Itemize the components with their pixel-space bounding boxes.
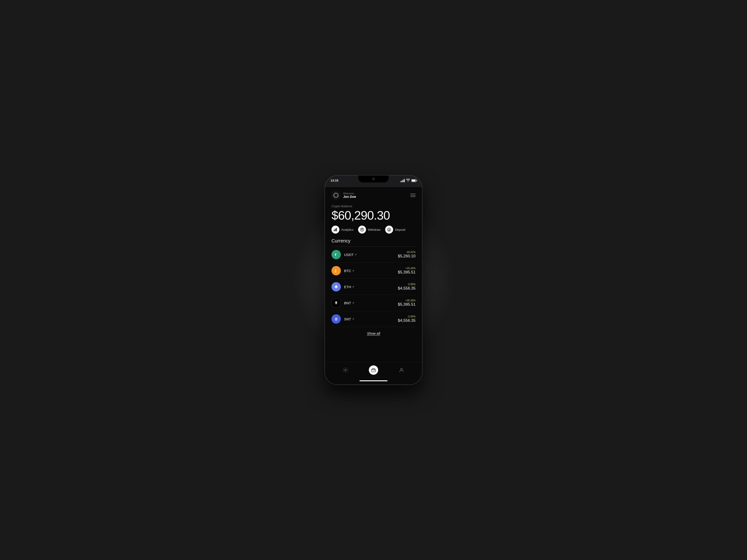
withdraw-icon [358, 225, 366, 234]
balance-amount: $60,290.30 [332, 209, 415, 221]
app-header: Welcome, Jon Doe [325, 187, 422, 203]
signal-bar-1 [401, 181, 401, 182]
svg-line-9 [334, 196, 335, 197]
menu-line-2 [410, 195, 415, 195]
bottom-navigation [325, 362, 422, 377]
snt-arrow: ↗ [352, 318, 354, 321]
welcome-text: Welcome, Jon Doe [343, 192, 356, 198]
svg-line-11 [334, 194, 335, 195]
snt-right: -2.05% $4,556.35 [398, 315, 415, 323]
app-logo [332, 191, 340, 200]
svg-line-6 [337, 197, 338, 197]
bnt-name: BNT ↗ [344, 301, 398, 305]
user-name: Jon Doe [343, 195, 356, 198]
btc-info: BTC ↗ [344, 269, 398, 273]
currency-item-snt[interactable]: SNT ↗ -2.05% $4,556.35 [332, 311, 415, 327]
svg-rect-13 [334, 230, 335, 231]
menu-line-3 [410, 196, 415, 197]
battery-fill [412, 180, 415, 182]
btc-value: $5,395.51 [398, 270, 415, 275]
status-time: 13:15 [331, 179, 338, 182]
wifi-icon [406, 179, 410, 182]
usdt-change: -10.41% [398, 250, 415, 254]
svg-line-2 [337, 193, 338, 194]
currency-item-bnt[interactable]: BNT ↗ +15.16% $5,395.51 [332, 295, 415, 311]
bnt-icon [332, 298, 341, 308]
btc-icon: ₿ [332, 266, 341, 275]
btc-change: +15.16% [398, 267, 415, 269]
logo-area: Welcome, Jon Doe [332, 191, 356, 200]
svg-rect-14 [335, 229, 336, 231]
welcome-label: Welcome, [343, 192, 356, 195]
currency-item-btc[interactable]: ₿ BTC ↗ +15.16% $5,395.51 [332, 263, 415, 279]
btc-right: +15.16% $5,395.51 [398, 267, 415, 275]
balance-label: Crypto Balance [332, 205, 415, 208]
btc-name: BTC ↗ [344, 269, 398, 273]
currency-item-eth[interactable]: ETH ↗ -2.05% $4,556.35 [332, 279, 415, 295]
nav-settings[interactable] [341, 365, 350, 375]
show-all-button[interactable]: Show all [367, 331, 380, 335]
eth-icon [332, 282, 341, 291]
svg-point-26 [335, 302, 337, 303]
eth-change: -2.05% [398, 283, 415, 286]
snt-info: SNT ↗ [344, 317, 398, 321]
eth-info: ETH ↗ [344, 285, 398, 289]
analytics-button[interactable]: Analytics [332, 225, 354, 234]
usdt-info: USDT ↗ [344, 253, 398, 257]
person-icon [397, 365, 406, 375]
bnt-right: +15.16% $5,395.51 [398, 299, 415, 307]
svg-text:₮: ₮ [335, 253, 337, 257]
deposit-label: Deposit [395, 228, 405, 232]
balance-section: Crypto Balance $60,290.30 Analytics [325, 203, 422, 238]
svg-line-5 [337, 196, 338, 197]
scene: 13:15 [280, 93, 467, 466]
battery-icon [411, 179, 416, 182]
analytics-label: Analytics [341, 228, 354, 232]
eth-arrow: ↗ [352, 285, 354, 288]
show-all-container: Show all [332, 327, 415, 338]
camera-dot [372, 178, 375, 180]
menu-line-1 [410, 194, 415, 194]
wallet-icon [369, 365, 378, 375]
usdt-arrow: ↗ [355, 253, 357, 256]
nav-profile[interactable] [397, 365, 406, 375]
gear-icon [341, 365, 350, 375]
signal-bar-2 [402, 180, 403, 182]
home-indicator [360, 380, 387, 381]
usdt-value: $5,260.10 [398, 254, 415, 259]
svg-line-12 [335, 193, 335, 194]
home-indicator-area [325, 377, 422, 384]
svg-line-8 [335, 197, 335, 197]
deposit-icon [385, 225, 393, 234]
svg-point-28 [345, 369, 346, 371]
bnt-change: +15.16% [398, 299, 415, 302]
eth-value: $4,556.35 [398, 286, 415, 291]
usdt-right: -10.41% $5,260.10 [398, 250, 415, 259]
svg-text:₿: ₿ [335, 269, 336, 273]
bnt-value: $5,395.51 [398, 302, 415, 307]
snt-change: -2.05% [398, 315, 415, 318]
eth-right: -2.05% $4,556.35 [398, 283, 415, 291]
status-bar: 13:15 [325, 176, 422, 187]
snt-name: SNT ↗ [344, 317, 398, 321]
currency-section: Currency ₮ USDT ↗ [325, 238, 422, 362]
withdraw-label: Withdraw [368, 228, 381, 232]
signal-icon [401, 179, 405, 182]
status-icons [401, 179, 416, 182]
currency-title: Currency [332, 238, 415, 244]
menu-button[interactable] [410, 194, 415, 197]
analytics-icon [332, 225, 339, 234]
eth-name: ETH ↗ [344, 285, 398, 289]
svg-point-30 [401, 368, 403, 370]
signal-bar-4 [404, 179, 405, 182]
svg-rect-29 [371, 369, 376, 372]
usdt-name: USDT ↗ [344, 253, 398, 257]
snt-value: $4,556.35 [398, 318, 415, 323]
bnt-info: BNT ↗ [344, 301, 398, 305]
svg-rect-15 [336, 228, 337, 231]
deposit-button[interactable]: Deposit [385, 225, 405, 234]
btc-arrow: ↗ [352, 269, 354, 272]
withdraw-button[interactable]: Withdraw [358, 225, 381, 234]
nav-wallet[interactable] [369, 365, 378, 375]
currency-item-usdt[interactable]: ₮ USDT ↗ -10.41% $5,260.10 [332, 247, 415, 263]
